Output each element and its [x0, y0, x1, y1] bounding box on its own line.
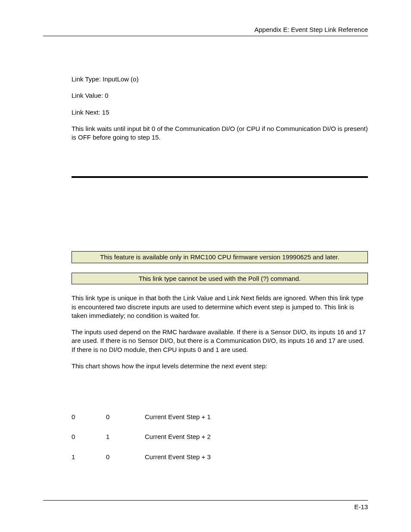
- page-header: Appendix E: Event Step Link Reference: [43, 26, 368, 36]
- body-paragraph-2: The inputs used depend on the RMC hardwa…: [72, 328, 368, 354]
- poll-note: This link type cannot be used with the P…: [72, 273, 368, 285]
- table-row: 1 0 Current Event Step + 3: [72, 449, 231, 469]
- input-a-cell: 0: [72, 429, 106, 449]
- input-b-cell: 0: [106, 449, 145, 469]
- input-b-cell: 1: [106, 429, 145, 449]
- poll-note-text: This link type cannot be used with the P…: [139, 275, 301, 282]
- header-text: Appendix E: Event Step Link Reference: [255, 26, 368, 33]
- table-row: 0 1 Current Event Step + 2: [72, 429, 231, 449]
- link-value-line: Link Value: 0: [72, 91, 368, 100]
- example-description: This link waits until input bit 0 of the…: [72, 124, 368, 142]
- next-step-cell: Current Event Step + 3: [145, 449, 231, 469]
- input-b-cell: 0: [106, 409, 145, 429]
- next-step-cell: Current Event Step + 1: [145, 409, 231, 429]
- page-footer: E-13: [43, 500, 368, 510]
- page-number: E-13: [354, 503, 368, 510]
- link-next-line: Link Next: 15: [72, 108, 368, 117]
- input-a-cell: 1: [72, 449, 106, 469]
- link-type-line: Link Type: InputLow (o): [72, 75, 368, 84]
- body-paragraph-1: This link type is unique in that both th…: [72, 294, 368, 320]
- next-step-cell: Current Event Step + 2: [145, 429, 231, 449]
- event-step-table: 0 0 Current Event Step + 1 0 1 Current E…: [72, 409, 231, 469]
- chart-intro: This chart shows how the input levels de…: [72, 362, 368, 370]
- firmware-note-text: This feature is available only in RMC100…: [100, 253, 339, 261]
- section-divider: [72, 176, 368, 178]
- table-row: 0 0 Current Event Step + 1: [72, 409, 231, 429]
- input-a-cell: 0: [72, 409, 106, 429]
- firmware-note: This feature is available only in RMC100…: [72, 251, 368, 263]
